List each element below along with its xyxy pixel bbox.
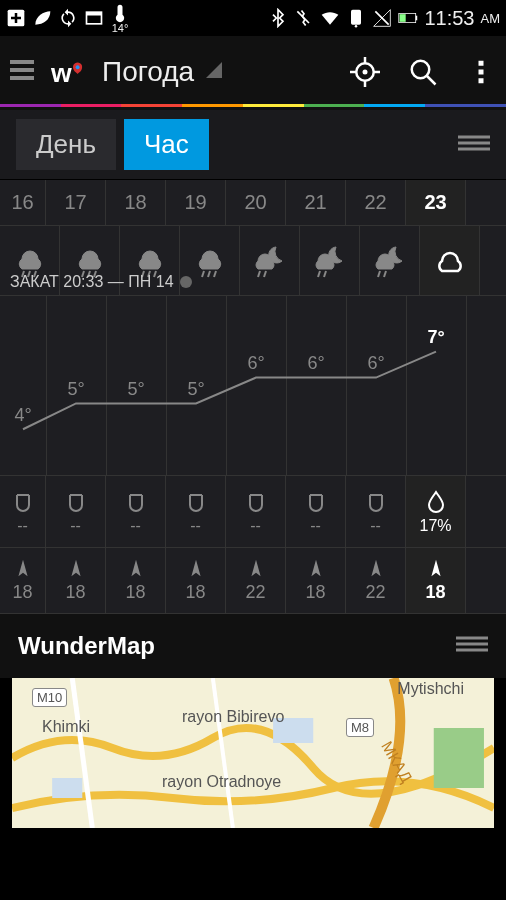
map-label-mytishchi: Mytishchi [397,680,464,698]
road-label-m10: M10 [32,688,67,707]
svg-line-41 [258,271,260,277]
hour-cell[interactable]: 18 [106,180,166,225]
svg-point-16 [363,69,368,74]
panel-menu-icon[interactable] [458,132,490,158]
hour-cell[interactable]: 20 [226,180,286,225]
hourly-forecast[interactable]: 1617181920212223 ЗАКАТ 20:33 — ПН 14 4°5… [0,180,506,614]
precip-cell: -- [346,476,406,547]
dropdown-indicator[interactable] [206,62,222,82]
svg-point-21 [412,60,430,78]
status-temp-icon: 14° [110,3,130,34]
sim-icon [346,8,366,28]
precip-cell: -- [226,476,286,547]
temp-value: 5° [127,379,144,400]
svg-rect-23 [479,60,484,65]
svg-line-42 [264,271,266,277]
app-title[interactable]: Погода [102,56,194,88]
svg-rect-2 [87,12,102,15]
hour-cell[interactable]: 21 [286,180,346,225]
svg-line-39 [208,271,210,277]
svg-rect-4 [351,10,361,25]
wifi-icon [320,8,340,28]
wind-cell: 18 [46,548,106,613]
weather-icon-cell [360,226,420,295]
hour-cell[interactable]: 19 [166,180,226,225]
precip-cell: 17% [406,476,466,547]
map-label-khimki: Khimki [42,718,90,736]
svg-text:w: w [51,57,72,87]
temp-chart: 4°5°5°5°6°6°6°7° [0,296,506,476]
weather-icon-cell [300,226,360,295]
locate-icon[interactable] [350,57,380,87]
status-ampm: AM [481,11,501,26]
search-icon[interactable] [408,57,438,87]
svg-rect-25 [479,78,484,83]
svg-rect-53 [434,728,484,788]
wundermap-map[interactable]: M10 M8 Khimki rayon Bibirevo rayon Otrad… [12,678,494,828]
svg-line-46 [384,271,386,277]
hour-cell[interactable]: 17 [46,180,106,225]
overflow-icon[interactable] [466,57,496,87]
precip-cell: -- [286,476,346,547]
menu-icon[interactable] [10,59,42,85]
map-label-bibirevo: rayon Bibirevo [182,708,284,726]
precip-cell: -- [46,476,106,547]
svg-line-40 [214,271,216,277]
status-bar: 14° 11:53 AM [0,0,506,36]
app-logo: w [50,52,90,92]
temp-value: 6° [247,353,264,374]
svg-point-5 [355,25,358,28]
tab-hour[interactable]: Час [124,119,209,170]
temp-value: 5° [67,379,84,400]
temp-value: 5° [187,379,204,400]
tab-day[interactable]: День [16,119,116,170]
svg-line-45 [378,271,380,277]
svg-line-22 [427,75,436,84]
app-bar: w Погода [0,36,506,110]
temp-value: 6° [307,353,324,374]
temp-value: 7° [427,327,444,348]
wind-cell: 18 [286,548,346,613]
vibrate-icon [294,8,314,28]
bluetooth-icon [268,8,288,28]
no-signal-icon [372,8,392,28]
svg-rect-24 [479,69,484,74]
svg-rect-8 [416,16,418,21]
svg-line-43 [318,271,320,277]
wundermap-menu-icon[interactable] [456,633,488,659]
window-icon [84,8,104,28]
wind-cell: 22 [226,548,286,613]
wundermap-title: WunderMap [18,632,155,660]
status-time: 11:53 [424,7,474,30]
hour-cell[interactable]: 22 [346,180,406,225]
svg-line-38 [202,271,204,277]
precip-cell: -- [106,476,166,547]
temp-value: 6° [367,353,384,374]
map-label-otradnoye: rayon Otradnoye [162,773,281,791]
precip-cell: -- [166,476,226,547]
plus-icon [6,8,26,28]
hour-cell[interactable]: 16 [0,180,46,225]
hour-cell[interactable]: 23 [406,180,466,225]
weather-icon-cell [240,226,300,295]
svg-rect-9 [400,14,406,22]
wind-cell: 18 [106,548,166,613]
weather-icon-cell [420,226,480,295]
precip-cell: -- [0,476,46,547]
rainbow-divider [0,104,506,107]
temp-value: 4° [14,405,31,426]
svg-line-44 [324,271,326,277]
svg-point-14 [76,65,80,69]
wind-cell: 18 [166,548,226,613]
wind-cell: 18 [0,548,46,613]
sync-icon [58,8,78,28]
wundermap-header: WunderMap [0,614,506,678]
wind-cell: 22 [346,548,406,613]
wind-cell: 18 [406,548,466,613]
status-temp-value: 14° [112,23,129,34]
tabs-row: День Час [0,110,506,180]
leaf-icon [32,8,52,28]
sunset-label: ЗАКАТ 20:33 — ПН 14 [10,273,192,291]
battery-icon [398,8,418,28]
sunset-dot-icon [180,276,192,288]
